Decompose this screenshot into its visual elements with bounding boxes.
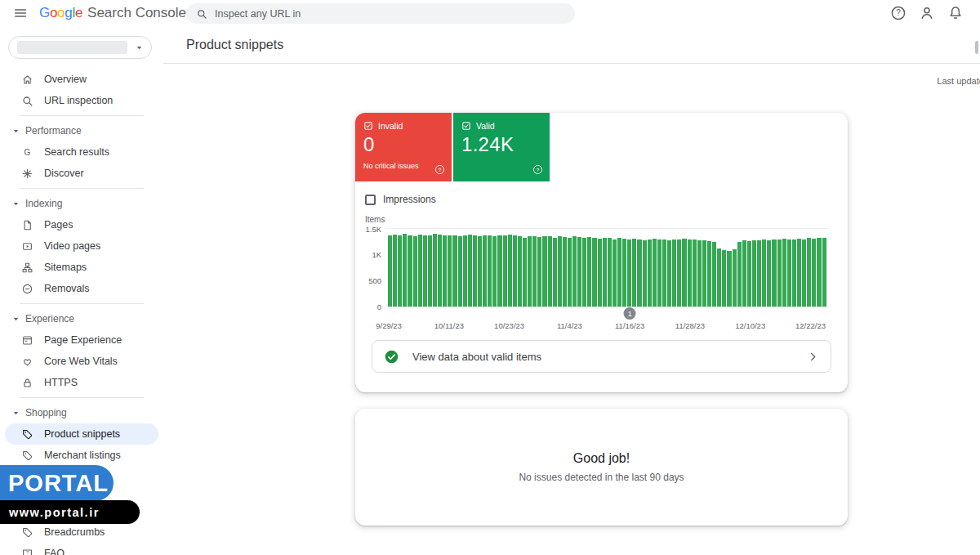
chart-bar: [688, 239, 692, 307]
checkbox-checked-icon[interactable]: [363, 121, 373, 131]
app-logo[interactable]: Google Search Console: [39, 5, 186, 21]
chart-bar: [497, 235, 501, 307]
status-tiles: Invalid 0 No critical issues ? Valid 1.2…: [355, 113, 848, 181]
view-valid-items-row[interactable]: View data about valid items: [372, 340, 831, 373]
chart-bar: [787, 239, 791, 307]
chart-bar: [653, 239, 657, 307]
valid-tile[interactable]: Valid 1.24K ?: [453, 113, 550, 181]
chart-marker[interactable]: 1: [624, 307, 636, 320]
chart-x-axis: 9/29/2310/11/2310/23/2311/4/2311/16/2311…: [386, 307, 828, 340]
chart-bar: [542, 236, 546, 307]
tag-icon: [21, 526, 33, 539]
chart-bar: [388, 235, 392, 307]
sidebar-item-sitemaps[interactable]: Sitemaps: [0, 257, 163, 278]
section-header-indexing[interactable]: Indexing: [0, 193, 163, 214]
section-label: Experience: [25, 313, 74, 324]
svg-text:G: G: [24, 148, 31, 157]
chart-bar: [657, 239, 662, 307]
sidebar-item-search-results[interactable]: GSearch results: [0, 141, 163, 163]
sidebar-item-faq[interactable]: ?FAQ: [0, 543, 163, 555]
impressions-checkbox[interactable]: [365, 195, 376, 205]
experience-icon: [21, 334, 33, 347]
sidebar-item-video-pages[interactable]: Video pages: [0, 235, 163, 257]
invalid-count: 0: [363, 133, 443, 156]
svg-text:?: ?: [537, 167, 540, 172]
check-circle-icon: [384, 349, 399, 365]
section-header-experience[interactable]: Experience: [0, 308, 163, 329]
chart-bar: [672, 239, 676, 307]
sidebar-item-discover[interactable]: Discover: [0, 163, 163, 184]
section-header-shopping[interactable]: Shopping: [0, 402, 163, 423]
divider: [20, 188, 144, 189]
sidebar-item-breadcrumbs[interactable]: Breadcrumbs: [0, 521, 163, 543]
chart-bar: [662, 239, 666, 307]
chart-y-axis-title: Items: [365, 215, 828, 224]
invalid-subtitle: No critical issues: [363, 162, 443, 170]
lock-icon: [21, 377, 33, 389]
sidebar-item-label: Merchant listings: [44, 450, 121, 461]
view-valid-items-label: View data about valid items: [412, 351, 541, 363]
question-circle-icon[interactable]: ?: [434, 164, 445, 175]
sidebar-item-product-snippets[interactable]: Product snippets: [5, 423, 158, 445]
chart-bar: [797, 239, 801, 307]
chart-bar: [742, 240, 746, 307]
x-tick-label: 11/16/23: [615, 321, 644, 330]
chart-bar: [587, 237, 591, 307]
svg-text:?: ?: [439, 167, 442, 172]
chart-bar: [727, 251, 731, 307]
g-icon: G: [21, 146, 33, 159]
sidebar-item-label: URL inspection: [44, 95, 113, 106]
menu-icon[interactable]: [13, 6, 28, 20]
help-button[interactable]: ?: [890, 5, 906, 21]
chart-bar: [428, 235, 432, 307]
chart-bar: [452, 235, 457, 307]
chart-bar: [508, 235, 512, 307]
checkbox-checked-icon[interactable]: [461, 121, 471, 131]
y-tick-label: 500: [361, 277, 381, 285]
chart-bar: [812, 239, 816, 307]
chart-bar: [757, 240, 761, 307]
notifications-button[interactable]: [947, 5, 964, 21]
chart-bar: [648, 239, 652, 307]
chart-bar: [767, 240, 771, 307]
section-header-performance[interactable]: Performance: [0, 120, 163, 141]
invalid-tile[interactable]: Invalid 0 No critical issues ?: [355, 113, 452, 181]
scrollbar-thumb[interactable]: [975, 41, 978, 54]
sidebar-item-page-experience[interactable]: Page Experience: [0, 329, 163, 351]
chart-bar: [712, 242, 716, 307]
question-circle-icon[interactable]: ?: [532, 164, 543, 175]
sidebar-item-label: Sitemaps: [44, 262, 87, 273]
chart-bar: [563, 237, 567, 307]
chart-bar: [822, 238, 826, 307]
sidebar-item-label: Page Experience: [44, 334, 122, 346]
sidebar-item-label: Pages: [44, 219, 73, 231]
impressions-label: Impressions: [383, 194, 436, 205]
sidebar-item-merchant-listings[interactable]: Merchant listings: [0, 445, 163, 466]
sidebar-item-url-inspection[interactable]: URL inspection: [0, 90, 163, 111]
sidebar-item-removals[interactable]: Removals: [0, 278, 163, 299]
chart-bar: [707, 241, 711, 307]
faq-icon: ?: [21, 548, 33, 555]
chart-bar: [577, 237, 581, 307]
search-input[interactable]: [215, 8, 565, 20]
x-tick-label: 12/10/23: [735, 321, 765, 330]
user-settings-button[interactable]: [919, 5, 935, 21]
chart-bar: [448, 235, 452, 307]
chart-bar: [528, 236, 532, 307]
impressions-toggle[interactable]: Impressions: [365, 194, 848, 205]
sidebar-item-overview[interactable]: Overview: [0, 69, 163, 90]
topbar-actions: ?: [890, 0, 964, 26]
sidebar-item-label: Search results: [44, 146, 109, 158]
sidebar-item-label: Discover: [44, 168, 84, 179]
chart-bar: [627, 239, 631, 307]
url-inspect-searchbar[interactable]: [186, 3, 575, 24]
chart-bar: [717, 248, 721, 307]
divider: [20, 303, 144, 304]
chart-bar: [677, 239, 681, 307]
section-label: Indexing: [25, 198, 62, 209]
sidebar-item-https[interactable]: HTTPS: [0, 372, 163, 393]
sidebar-item-pages[interactable]: Pages: [0, 214, 163, 235]
property-selector[interactable]: [8, 36, 152, 59]
chart-bar: [802, 239, 806, 307]
sidebar-item-core-web-vitals[interactable]: Core Web Vitals: [0, 351, 163, 372]
